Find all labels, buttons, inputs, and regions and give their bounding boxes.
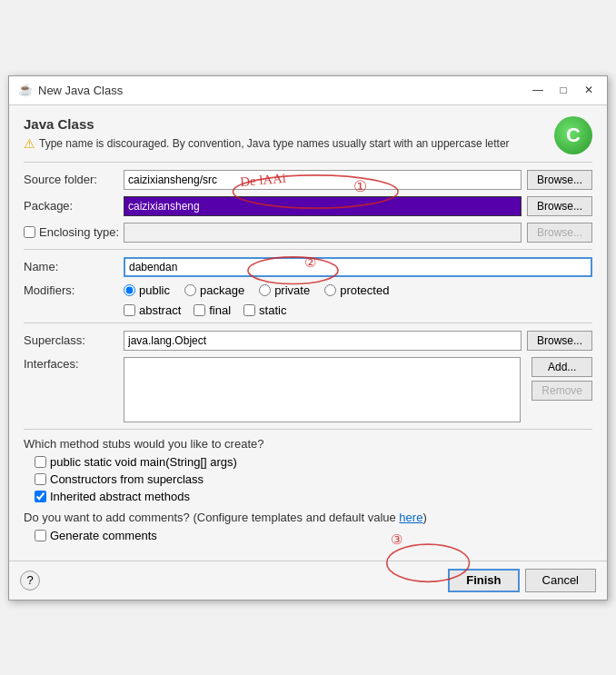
interfaces-buttons: Add... Remove bbox=[526, 357, 592, 401]
help-button[interactable]: ? bbox=[20, 571, 40, 591]
interfaces-list[interactable] bbox=[124, 357, 521, 422]
comments-title: Do you want to add comments? (Configure … bbox=[24, 511, 592, 524]
source-folder-row: Source folder: Browse... bbox=[24, 170, 592, 190]
enclosing-type-row: Enclosing type: Browse... bbox=[24, 223, 592, 243]
maximize-button[interactable]: □ bbox=[554, 84, 572, 96]
modifiers-label: Modifiers: bbox=[24, 283, 124, 297]
name-row: Name: bbox=[24, 257, 592, 277]
footer: ? Finish Cancel bbox=[9, 561, 607, 600]
app-icon: ☕ bbox=[18, 83, 33, 97]
enclosing-type-browse-button[interactable]: Browse... bbox=[527, 223, 592, 243]
titlebar: ☕ New Java Class — □ ✕ bbox=[9, 76, 607, 105]
modifier-private-radio[interactable] bbox=[259, 284, 271, 296]
close-button[interactable]: ✕ bbox=[580, 84, 598, 96]
superclass-browse-button[interactable]: Browse... bbox=[527, 331, 592, 351]
window-controls: — □ ✕ bbox=[529, 84, 598, 96]
logo-icon: C bbox=[554, 116, 592, 154]
name-input[interactable] bbox=[124, 257, 592, 277]
interfaces-row: Interfaces: Add... Remove bbox=[24, 357, 592, 422]
final-checkbox[interactable] bbox=[194, 304, 205, 316]
warning-icon: ⚠ bbox=[24, 136, 35, 151]
source-folder-browse-button[interactable]: Browse... bbox=[527, 170, 592, 190]
abstract-checkbox[interactable] bbox=[124, 304, 135, 316]
interfaces-label: Interfaces: bbox=[24, 357, 124, 371]
source-folder-label: Source folder: bbox=[24, 173, 124, 186]
modifier-public-radio[interactable] bbox=[124, 284, 135, 296]
modifier-public-label[interactable]: public bbox=[124, 283, 170, 297]
static-checkbox[interactable] bbox=[243, 304, 255, 316]
abstract-label[interactable]: abstract bbox=[124, 303, 181, 317]
static-label[interactable]: static bbox=[243, 303, 286, 317]
footer-buttons: Finish Cancel bbox=[448, 569, 596, 592]
enclosing-type-checkbox[interactable] bbox=[24, 226, 35, 238]
dialog-header: Java Class ⚠ Type name is discouraged. B… bbox=[24, 116, 592, 154]
package-input[interactable] bbox=[124, 196, 522, 216]
comments-section: Do you want to add comments? (Configure … bbox=[24, 511, 592, 542]
divider bbox=[24, 162, 592, 163]
warning-message: ⚠ Type name is discouraged. By conventio… bbox=[24, 137, 554, 151]
modifier-package-radio[interactable] bbox=[184, 284, 196, 296]
modifier-protected-label[interactable]: protected bbox=[324, 283, 389, 297]
divider4 bbox=[24, 429, 592, 430]
package-label: Package: bbox=[24, 199, 124, 213]
divider2 bbox=[24, 249, 592, 250]
modifier-checkboxes: abstract final static bbox=[124, 303, 592, 317]
superclass-input[interactable] bbox=[124, 331, 522, 351]
comments-link[interactable]: here bbox=[399, 511, 422, 524]
stub-abstract-checkbox[interactable] bbox=[35, 491, 46, 502]
modifiers-row: Modifiers: public package private bbox=[24, 283, 592, 297]
stub-abstract-label[interactable]: Inherited abstract methods bbox=[35, 490, 592, 503]
generate-comments-checkbox[interactable] bbox=[35, 530, 46, 541]
source-folder-input[interactable] bbox=[124, 170, 522, 190]
cancel-button[interactable]: Cancel bbox=[525, 569, 596, 592]
final-label[interactable]: final bbox=[194, 303, 231, 317]
divider3 bbox=[24, 323, 592, 323]
add-interface-button[interactable]: Add... bbox=[532, 357, 592, 377]
modifiers-radio-group: public package private protected bbox=[124, 283, 389, 297]
dialog-title: New Java Class bbox=[38, 84, 123, 97]
enclosing-type-input[interactable] bbox=[124, 223, 522, 243]
stub-constructors-checkbox[interactable] bbox=[35, 473, 46, 485]
modifier-private-label[interactable]: private bbox=[259, 283, 310, 297]
remove-interface-button[interactable]: Remove bbox=[532, 381, 592, 401]
minimize-button[interactable]: — bbox=[529, 84, 547, 96]
modifier-package-label[interactable]: package bbox=[184, 283, 244, 297]
modifier-protected-radio[interactable] bbox=[324, 284, 336, 296]
enclosing-type-label: Enclosing type: bbox=[24, 225, 124, 239]
package-browse-button[interactable]: Browse... bbox=[527, 196, 592, 216]
finish-button[interactable]: Finish bbox=[448, 569, 519, 592]
stub-main-checkbox[interactable] bbox=[35, 456, 46, 468]
superclass-row: Superclass: Browse... bbox=[24, 331, 592, 351]
stub-main-label[interactable]: public static void main(String[] args) bbox=[35, 455, 592, 469]
stubs-section: Which method stubs would you like to cre… bbox=[24, 437, 592, 503]
warning-text: Type name is discouraged. By convention,… bbox=[39, 137, 510, 150]
generate-comments-label[interactable]: Generate comments bbox=[35, 529, 592, 542]
stubs-title: Which method stubs would you like to cre… bbox=[24, 437, 592, 451]
superclass-label: Superclass: bbox=[24, 333, 124, 347]
stub-constructors-label[interactable]: Constructors from superclass bbox=[35, 472, 592, 486]
name-label: Name: bbox=[24, 260, 124, 273]
page-title: Java Class bbox=[24, 116, 554, 132]
package-row: Package: Browse... bbox=[24, 196, 592, 216]
